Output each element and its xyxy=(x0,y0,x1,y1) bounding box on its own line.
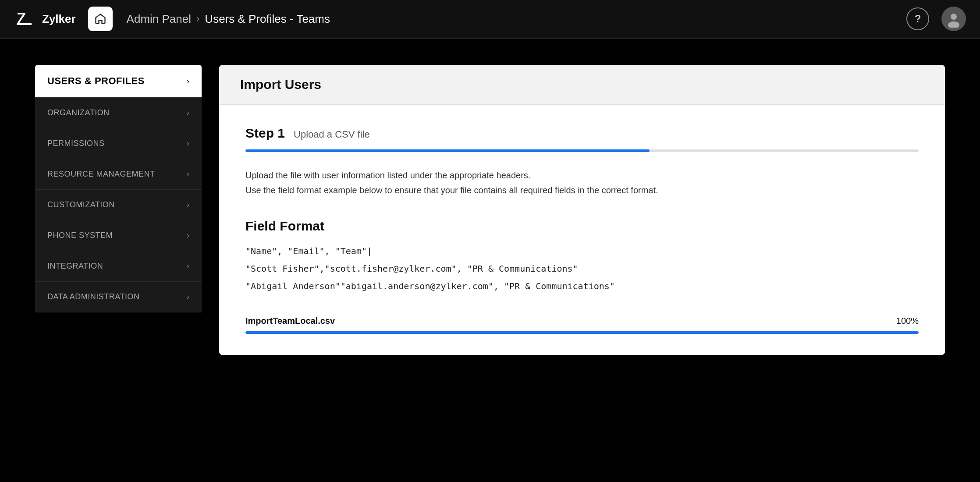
chevron-right-icon: › xyxy=(187,292,189,301)
page-title: Import Users xyxy=(240,77,924,92)
sidebar-item-resource-management[interactable]: RESOURCE MANAGEMENT › xyxy=(35,159,202,190)
sidebar-item-customization[interactable]: CUSTOMIZATION › xyxy=(35,190,202,220)
breadcrumb-current: Users & Profiles - Teams xyxy=(205,12,330,26)
sidebar-item-users-profiles[interactable]: USERS & PROFILES › xyxy=(35,65,202,98)
field-format-code: "Name", "Email", "Team"| "Scott Fisher",… xyxy=(245,242,919,295)
sidebar-item-permissions[interactable]: PERMISSIONS › xyxy=(35,128,202,159)
chevron-right-icon: › xyxy=(187,262,189,271)
breadcrumb-separator: › xyxy=(196,13,199,25)
sidebar-item-data-administration[interactable]: DATA ADMINISTRATION › xyxy=(35,282,202,312)
code-line-2: "Scott Fisher","scott.fisher@zylker.com"… xyxy=(245,260,919,277)
chevron-right-icon: › xyxy=(187,200,189,209)
chevron-right-icon: › xyxy=(187,77,189,86)
file-upload-row: ImportTeamLocal.csv 100% xyxy=(245,316,919,334)
step-header: Step 1 Upload a CSV file xyxy=(245,126,919,141)
chevron-right-icon: › xyxy=(187,231,189,240)
navbar: Zylker Admin Panel › Users & Profiles - … xyxy=(0,0,980,39)
avatar[interactable] xyxy=(941,7,966,31)
home-button[interactable] xyxy=(88,7,113,31)
content-area: Import Users Step 1 Upload a CSV file Up… xyxy=(219,65,945,355)
file-progress-bar xyxy=(245,331,919,334)
file-info: ImportTeamLocal.csv 100% xyxy=(245,316,919,326)
zylker-logo-icon xyxy=(14,8,35,29)
description-line-1: Upload the file with user information li… xyxy=(245,168,919,183)
field-format-section: Field Format "Name", "Email", "Team"| "S… xyxy=(245,219,919,295)
sidebar-item-organization[interactable]: ORGANIZATION › xyxy=(35,98,202,128)
zylker-wordmark: Zylker xyxy=(42,12,76,26)
navbar-right: ? xyxy=(906,7,966,31)
chevron-right-icon: › xyxy=(187,170,189,179)
chevron-right-icon: › xyxy=(187,139,189,148)
description-block: Upload the file with user information li… xyxy=(245,168,919,198)
step-subtitle: Upload a CSV file xyxy=(294,129,370,140)
step-progress-fill xyxy=(245,149,650,152)
file-name: ImportTeamLocal.csv xyxy=(245,316,335,326)
file-progress-fill xyxy=(245,331,919,334)
sidebar-item-phone-system[interactable]: PHONE SYSTEM › xyxy=(35,220,202,251)
step-progress-bar xyxy=(245,149,919,152)
sidebar-item-integration[interactable]: INTEGRATION › xyxy=(35,251,202,282)
main-layout: USERS & PROFILES › ORGANIZATION › PERMIS… xyxy=(0,39,980,381)
field-format-title: Field Format xyxy=(245,219,919,234)
breadcrumb-root: Admin Panel xyxy=(127,12,191,26)
navbar-logo-group: Zylker xyxy=(14,7,113,31)
svg-point-1 xyxy=(948,21,959,28)
code-line-1: "Name", "Email", "Team"| xyxy=(245,242,919,260)
step-label: Step 1 xyxy=(245,126,285,141)
description-line-2: Use the field format example below to en… xyxy=(245,183,919,198)
svg-point-0 xyxy=(951,14,957,20)
content-body: Step 1 Upload a CSV file Upload the file… xyxy=(219,105,945,355)
code-line-3: "Abigail Anderson""abigail.anderson@zylk… xyxy=(245,277,919,295)
file-percent: 100% xyxy=(896,316,919,326)
sidebar: USERS & PROFILES › ORGANIZATION › PERMIS… xyxy=(35,65,202,312)
breadcrumb: Admin Panel › Users & Profiles - Teams xyxy=(127,12,330,26)
content-header: Import Users xyxy=(219,65,945,105)
help-button[interactable]: ? xyxy=(906,7,929,30)
chevron-right-icon: › xyxy=(187,108,189,117)
